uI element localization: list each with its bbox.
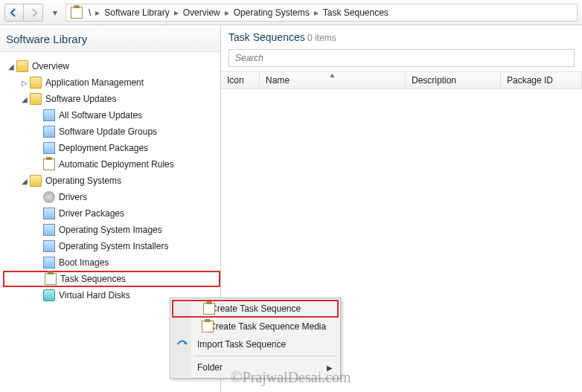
deployment-packages-icon [43, 142, 55, 154]
tree-node-application-management[interactable]: ▷Application Management [3, 74, 220, 91]
expander-icon[interactable]: ▷ [19, 79, 30, 87]
update-groups-icon [43, 126, 55, 138]
driver-packages-icon [43, 208, 55, 219]
column-headers: Icon Name▲ Description Package ID [221, 71, 582, 89]
task-sequences-icon [45, 273, 57, 285]
search-input[interactable] [228, 49, 575, 67]
chevron-right-icon: ▸ [94, 7, 101, 18]
overview-icon [16, 60, 28, 72]
crumb-operating-systems[interactable]: Operating Systems [231, 7, 313, 18]
os-images-icon [43, 224, 55, 236]
create-task-sequence-icon [203, 303, 215, 315]
tree-node-driver-packages[interactable]: Driver Packages [3, 205, 220, 222]
tree-node-software-update-groups[interactable]: Software Update Groups [3, 123, 220, 140]
expander-icon[interactable]: ◢ [19, 95, 30, 103]
updates-icon [43, 109, 55, 121]
rules-icon [43, 158, 55, 170]
tree-node-boot-images[interactable]: Boot Images [3, 254, 220, 271]
crumb-overview[interactable]: Overview [180, 7, 223, 18]
menu-create-task-sequence[interactable]: Create Task Sequence [172, 300, 339, 318]
breadcrumb-root-icon [71, 7, 83, 19]
tree-node-operating-systems[interactable]: ◢Operating Systems [3, 173, 220, 189]
search-container [228, 49, 575, 67]
column-icon[interactable]: Icon [221, 72, 260, 89]
tree-node-automatic-deployment-rules[interactable]: Automatic Deployment Rules [3, 156, 220, 173]
menu-create-task-sequence-media[interactable]: Create Task Sequence Media [172, 318, 339, 335]
forward-button[interactable] [24, 4, 43, 22]
content-header: Task Sequences 0 items [221, 25, 582, 48]
tree-node-software-updates[interactable]: ◢Software Updates [3, 91, 220, 107]
crumb-software-library[interactable]: Software Library [101, 7, 172, 18]
content-item-count: 0 items [307, 33, 336, 43]
vhd-icon [43, 289, 55, 301]
folder-icon [30, 93, 42, 105]
navigation-tree: ◢Overview ▷Application Management ◢Softw… [0, 52, 220, 303]
column-name[interactable]: Name▲ [260, 72, 406, 89]
tree-node-os-installers[interactable]: Operating System Installers [3, 238, 220, 254]
tree-node-all-software-updates[interactable]: All Software Updates [3, 107, 220, 123]
tree-node-os-images[interactable]: Operating System Images [3, 222, 220, 238]
expander-icon[interactable]: ◢ [6, 62, 16, 71]
tree-node-drivers[interactable]: Drivers [3, 189, 220, 205]
navigation-toolbar: ▾ \ ▸ Software Library ▸ Overview ▸ Oper… [0, 0, 582, 25]
sort-asc-icon: ▲ [329, 71, 336, 79]
chevron-right-icon: ▸ [223, 7, 231, 18]
menu-separator [194, 356, 337, 356]
content-title: Task Sequences [228, 31, 305, 43]
chevron-right-icon: ▸ [173, 7, 180, 18]
menu-import-task-sequence[interactable]: Import Task Sequence [172, 335, 339, 353]
tree-node-deployment-packages[interactable]: Deployment Packages [3, 140, 220, 156]
chevron-right-icon: ▸ [313, 7, 320, 18]
history-dropdown-icon[interactable]: ▾ [49, 7, 61, 18]
drivers-icon [43, 191, 55, 203]
sidebar-title: Software Library [0, 25, 220, 52]
expander-icon[interactable]: ◢ [19, 177, 30, 185]
create-task-sequence-media-icon [202, 321, 214, 332]
tree-node-overview[interactable]: ◢Overview [3, 58, 220, 74]
os-installers-icon [43, 240, 55, 252]
import-icon [176, 338, 188, 350]
menu-folder[interactable]: Folder ▶ [172, 359, 339, 376]
back-button[interactable] [4, 4, 24, 22]
crumb-task-sequences[interactable]: Task Sequences [320, 7, 391, 18]
crumb-root[interactable]: \ [86, 7, 94, 18]
column-package-id[interactable]: Package ID [501, 72, 582, 89]
column-description[interactable]: Description [406, 72, 501, 89]
folder-icon [30, 175, 42, 187]
submenu-arrow-icon: ▶ [327, 364, 333, 372]
context-menu: Create Task Sequence Create Task Sequenc… [170, 298, 341, 379]
boot-images-icon [43, 257, 55, 269]
tree-node-task-sequences[interactable]: Task Sequences [3, 271, 220, 287]
folder-icon [30, 77, 42, 89]
breadcrumb[interactable]: \ ▸ Software Library ▸ Overview ▸ Operat… [65, 4, 578, 22]
